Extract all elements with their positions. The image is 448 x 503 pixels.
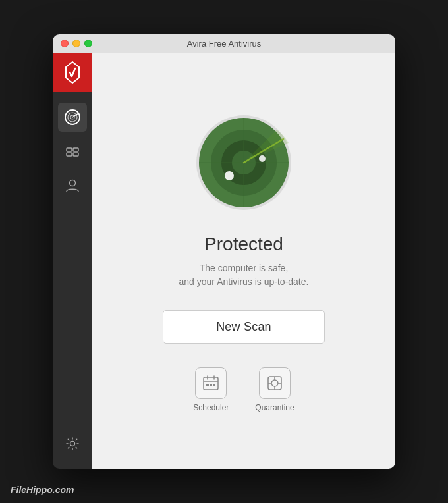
svg-rect-25 bbox=[210, 384, 212, 386]
sidebar-bottom bbox=[58, 429, 87, 469]
scheduler-label: Scheduler bbox=[193, 403, 229, 412]
sidebar bbox=[53, 53, 92, 469]
modules-icon bbox=[64, 143, 81, 160]
title-bar: Avira Free Antivirus bbox=[53, 34, 395, 53]
sidebar-item-scan[interactable] bbox=[58, 103, 87, 132]
bottom-icons: Scheduler Quarantine bbox=[193, 367, 294, 412]
svg-rect-26 bbox=[213, 384, 215, 386]
sidebar-items bbox=[58, 92, 87, 429]
quarantine-icon-box bbox=[259, 367, 291, 399]
traffic-lights bbox=[61, 40, 92, 47]
status-desc-line2: and your Antivirus is up-to-date. bbox=[179, 277, 309, 287]
svg-rect-6 bbox=[67, 153, 72, 156]
status-description: The computer is safe, and your Antivirus… bbox=[179, 261, 309, 289]
svg-rect-7 bbox=[73, 153, 78, 156]
avira-logo-icon bbox=[61, 61, 84, 84]
app-body: Protected The computer is safe, and your… bbox=[53, 53, 395, 469]
new-scan-button[interactable]: New Scan bbox=[163, 310, 325, 344]
settings-gear-icon bbox=[64, 435, 81, 452]
app-window: Avira Free Antivirus bbox=[53, 34, 395, 469]
radar-svg bbox=[191, 110, 296, 215]
status-title: Protected bbox=[204, 234, 283, 255]
minimize-button[interactable] bbox=[72, 40, 80, 47]
svg-point-19 bbox=[259, 155, 266, 162]
radar-visualization bbox=[191, 110, 296, 215]
window-title: Avira Free Antivirus bbox=[187, 39, 261, 49]
close-button[interactable] bbox=[61, 40, 69, 47]
svg-rect-20 bbox=[204, 377, 218, 390]
scheduler-button[interactable]: Scheduler bbox=[193, 367, 229, 412]
svg-point-18 bbox=[225, 171, 234, 180]
svg-rect-4 bbox=[67, 148, 72, 151]
person-icon bbox=[64, 177, 81, 194]
status-desc-line1: The computer is safe, bbox=[200, 263, 289, 273]
svg-rect-5 bbox=[73, 148, 78, 151]
avira-logo bbox=[53, 53, 92, 92]
svg-point-9 bbox=[70, 442, 75, 446]
scheduler-icon-box bbox=[195, 367, 227, 399]
maximize-button[interactable] bbox=[84, 40, 92, 47]
scheduler-calendar-icon bbox=[202, 374, 220, 392]
main-content: Protected The computer is safe, and your… bbox=[92, 53, 395, 469]
quarantine-button[interactable]: Quarantine bbox=[255, 367, 294, 412]
sidebar-item-modules[interactable] bbox=[58, 137, 87, 166]
svg-point-28 bbox=[271, 380, 278, 386]
sidebar-item-account[interactable] bbox=[58, 171, 87, 200]
quarantine-label: Quarantine bbox=[255, 403, 294, 412]
watermark: FileHippo.com bbox=[11, 485, 74, 495]
radar-icon bbox=[64, 109, 81, 126]
quarantine-shield-icon bbox=[266, 374, 284, 392]
sidebar-item-settings[interactable] bbox=[58, 429, 87, 458]
svg-rect-24 bbox=[206, 384, 209, 386]
svg-point-8 bbox=[70, 180, 76, 186]
